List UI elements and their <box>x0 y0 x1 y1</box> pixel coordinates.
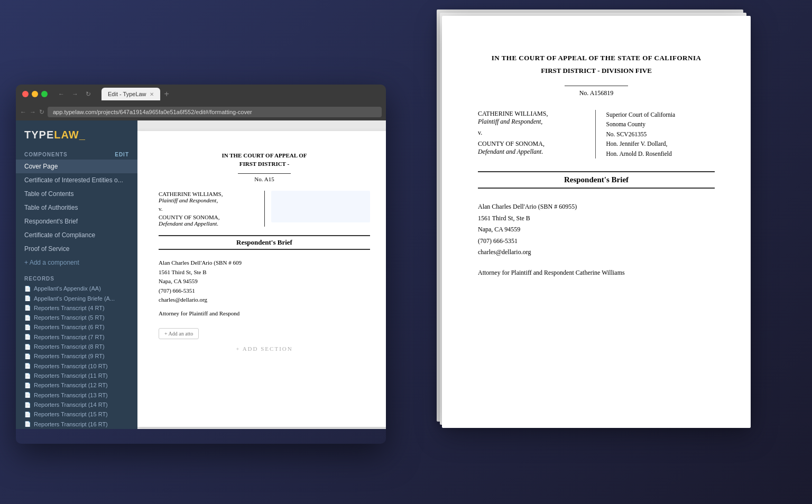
preview-plaintiff-col: CATHERINE WILLIAMS, Plaintiff and Respon… <box>478 110 596 158</box>
nav-buttons: ← → ↻ <box>56 89 93 99</box>
doc-court-title: IN THE COURT OF APPEAL OF <box>159 152 370 158</box>
preview-attorney-note: Attorney for Plaintiff and Respondent Ca… <box>478 269 715 277</box>
close-button[interactable] <box>22 91 29 97</box>
record-item-1[interactable]: 📄 Appellant's Opening Briefe (A... <box>16 293 137 303</box>
doc-attorney-email: charles@dellario.org <box>159 295 370 305</box>
browser-chrome: ← → ↻ Edit - TypeLaw ✕ + <box>16 85 386 104</box>
preview-judge1: Hon. Jennifer V. Dollard, <box>606 139 715 148</box>
record-label-7: Reporters Transcript (9 RT) <box>34 353 105 359</box>
forward-button[interactable]: → <box>70 89 80 99</box>
preview-court-title: IN THE COURT OF APPEAL OF THE STATE OF C… <box>478 54 715 62</box>
record-label-1: Appellant's Opening Briefe (A... <box>34 295 115 302</box>
new-tab-button[interactable]: + <box>162 89 171 99</box>
record-item-13[interactable]: 📄 Reporters Transcript (15 RT) <box>16 409 137 419</box>
record-label-2: Reporters Transcript (4 RT) <box>34 305 105 311</box>
logo-type: TYPE <box>24 129 54 141</box>
app-container: TYPELAW_ COMPONENTS Edit Cover Page Cert… <box>16 120 386 429</box>
sidebar-item-toa[interactable]: Table of Authorities <box>16 201 137 214</box>
record-item-5[interactable]: 📄 Reporters Transcript (7 RT) <box>16 332 137 342</box>
preview-defendant-name: COUNTY OF SONOMA, <box>478 140 587 148</box>
record-item-0[interactable]: 📄 Appellant's Appendix (AA) <box>16 284 137 293</box>
sidebar-item-proof-of-service[interactable]: Proof of Service <box>16 242 137 256</box>
doc-district: FIRST DISTRICT - <box>159 161 370 167</box>
tab-close-icon[interactable]: ✕ <box>150 91 154 97</box>
record-item-14[interactable]: 📄 Reporters Transcript (16 RT) <box>16 419 137 429</box>
record-item-8[interactable]: 📄 Reporters Transcript (10 RT) <box>16 361 137 371</box>
preview-county: Sonoma County <box>606 119 715 129</box>
logo-law: LAW <box>54 129 79 141</box>
doc-defendant-role: Defendant and Appellant. <box>159 220 258 227</box>
record-item-10[interactable]: 📄 Reporters Transcript (12 RT) <box>16 380 137 390</box>
record-icon-1: 📄 <box>24 295 31 301</box>
record-label-11: Reporters Transcript (13 RT) <box>34 392 108 398</box>
add-attorney-label[interactable]: + Add an atto <box>159 328 199 339</box>
proof-service-label: Proof of Service <box>24 245 69 253</box>
preview-attorney-name: Alan Charles Dell'Ario (SBN # 60955) <box>478 201 715 213</box>
record-label-6: Reporters Transcript (8 RT) <box>34 343 105 350</box>
record-item-12[interactable]: 📄 Reporters Transcript (14 RT) <box>16 400 137 409</box>
back-arrow[interactable]: ← <box>20 108 26 116</box>
record-label-8: Reporters Transcript (10 RT) <box>34 363 108 369</box>
record-icon-4: 📄 <box>24 324 31 330</box>
record-icon-0: 📄 <box>24 286 31 292</box>
fullscreen-button[interactable] <box>41 91 48 97</box>
record-icon-13: 📄 <box>24 412 31 417</box>
preview-defendant-role: Defendant and Appellant. <box>478 148 587 156</box>
record-icon-6: 📄 <box>24 344 31 350</box>
record-item-7[interactable]: 📄 Reporters Transcript (9 RT) <box>16 351 137 361</box>
refresh-icon[interactable]: ↻ <box>39 108 44 116</box>
sidebar-item-toc[interactable]: Table of Contents <box>16 187 137 201</box>
active-tab[interactable]: Edit - TypeLaw ✕ <box>102 88 160 100</box>
record-label-5: Reporters Transcript (7 RT) <box>34 334 105 340</box>
record-item-6[interactable]: 📄 Reporters Transcript (8 RT) <box>16 342 137 351</box>
record-label-10: Reporters Transcript (12 RT) <box>34 382 108 388</box>
doc-brief-title: Respondent's Brief <box>159 235 370 250</box>
doc-attorney-city: Napa, CA 94559 <box>159 277 370 286</box>
record-label-12: Reporters Transcript (14 RT) <box>34 402 108 408</box>
doc-court-col <box>265 191 371 227</box>
sidebar-item-certificate-compliance[interactable]: Certificate of Compliance <box>16 228 137 242</box>
app-logo: TYPELAW_ <box>16 120 137 147</box>
minimize-button[interactable] <box>32 91 38 97</box>
preview-attorney-city: Napa, CA 94559 <box>478 224 715 236</box>
doc-defendant-name: COUNTY OF SONOMA, <box>159 214 258 220</box>
sidebar-item-respondents-brief[interactable]: Respondent's Brief <box>16 214 137 228</box>
doc-parties-row: CATHERINE WILLIAMS, Plaintiff and Respon… <box>159 191 370 227</box>
back-button[interactable]: ← <box>56 89 67 99</box>
preview-case-number: No. A156819 <box>478 89 715 97</box>
forward-arrow[interactable]: → <box>30 108 36 116</box>
record-icon-12: 📄 <box>24 402 31 408</box>
record-item-2[interactable]: 📄 Reporters Transcript (4 RT) <box>16 303 137 313</box>
doc-attorney-block: Alan Charles Dell'Ario (SBN # 609 1561 T… <box>159 258 370 305</box>
record-icon-8: 📄 <box>24 363 31 369</box>
doc-add-attorney-button[interactable]: + Add an atto <box>159 323 370 339</box>
refresh-button[interactable]: ↻ <box>84 89 93 99</box>
record-item-11[interactable]: 📄 Reporters Transcript (13 RT) <box>16 390 137 400</box>
components-label: COMPONENTS <box>24 152 68 157</box>
edit-label[interactable]: Edit <box>115 152 129 157</box>
browser-window: ← → ↻ Edit - TypeLaw ✕ + ← → ↻ app.typel… <box>16 85 386 444</box>
doc-attorney-address: 1561 Third St, Ste B <box>159 268 370 277</box>
add-component-button[interactable]: + Add a component <box>16 256 137 269</box>
paper-preview: IN THE COURT OF APPEAL OF THE STATE OF C… <box>442 16 751 428</box>
preview-parties-row: CATHERINE WILLIAMS, Plaintiff and Respon… <box>478 110 715 158</box>
record-item-3[interactable]: 📄 Reporters Transcript (5 RT) <box>16 313 137 322</box>
preview-vs: v. <box>478 129 587 137</box>
add-section-button[interactable]: + ADD SECTION <box>159 339 370 358</box>
traffic-lights <box>22 91 48 97</box>
address-bar[interactable]: app.typelaw.com/projects/647a1914a965fa0… <box>48 107 382 117</box>
record-icon-10: 📄 <box>24 382 31 388</box>
cert-compliance-label: Certificate of Compliance <box>24 231 95 239</box>
doc-case-number: No. A15 <box>159 176 370 182</box>
tab-label: Edit - TypeLaw <box>108 91 146 97</box>
record-label-3: Reporters Transcript (5 RT) <box>34 314 105 321</box>
preview-plaintiff-name: CATHERINE WILLIAMS, <box>478 110 587 118</box>
preview-judge2: Hon. Arnold D. Rosenfield <box>606 149 715 158</box>
record-item-4[interactable]: 📄 Reporters Transcript (6 RT) <box>16 322 137 332</box>
sidebar-item-certificate[interactable]: Certificate of Interested Entities o... <box>16 173 137 187</box>
preview-attorney-phone: (707) 666-5351 <box>478 236 715 247</box>
preview-plaintiff-role: Plaintiff and Respondent, <box>478 118 587 126</box>
record-item-9[interactable]: 📄 Reporters Transcript (11 RT) <box>16 371 137 380</box>
sidebar-item-cover-page[interactable]: Cover Page <box>16 160 137 173</box>
preview-attorney-address: 1561 Third St, Ste B <box>478 213 715 225</box>
